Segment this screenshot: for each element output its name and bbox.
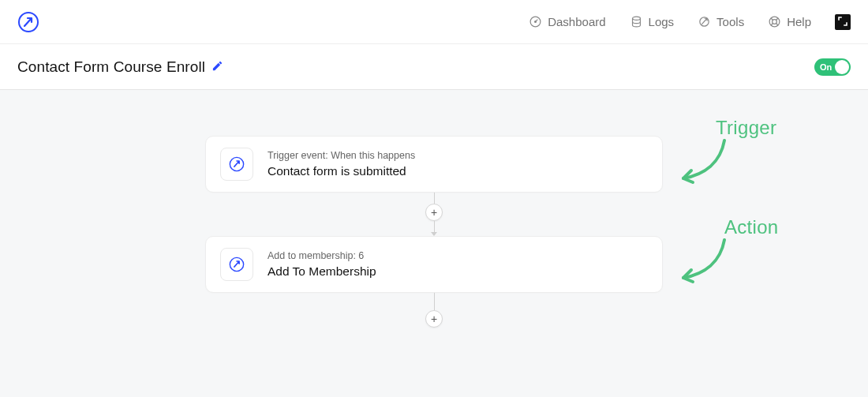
annotation-action-arrow-icon	[677, 238, 732, 288]
nav-help-label: Help	[787, 15, 811, 28]
nav-tools-label: Tools	[716, 15, 744, 28]
add-step-button-2[interactable]: +	[425, 310, 443, 328]
nav-logs-label: Logs	[649, 15, 675, 28]
title-bar: Contact Form Course Enroll On	[0, 44, 868, 90]
target-icon	[698, 15, 711, 28]
nav-tools[interactable]: Tools	[698, 15, 744, 28]
trigger-card[interactable]: Trigger event: When this happens Contact…	[205, 136, 663, 193]
toggle-knob	[835, 60, 849, 74]
action-app-icon	[220, 248, 253, 281]
page-title: Contact Form Course Enroll	[17, 58, 205, 76]
edit-title-button[interactable]	[211, 60, 223, 74]
nav-dashboard[interactable]: Dashboard	[529, 15, 605, 28]
trigger-app-icon	[220, 148, 253, 181]
action-supertitle: Add to membership: 6	[268, 250, 376, 261]
annotation-action-label: Action	[724, 216, 779, 238]
flow-column: Trigger event: When this happens Contact…	[205, 136, 663, 328]
fullscreen-icon	[838, 16, 847, 28]
connector-1: +	[425, 193, 443, 236]
lifesaver-icon	[768, 15, 781, 28]
top-nav: Dashboard Logs Tools	[0, 0, 868, 44]
gauge-icon	[529, 15, 542, 28]
nav-help[interactable]: Help	[768, 15, 811, 28]
trigger-title: Contact form is submitted	[268, 164, 415, 178]
trigger-supertitle: Trigger event: When this happens	[268, 150, 415, 161]
enabled-toggle[interactable]: On	[814, 58, 851, 76]
flow-canvas: Trigger event: When this happens Contact…	[0, 90, 868, 397]
svg-point-3	[632, 17, 640, 20]
fullscreen-button[interactable]	[835, 14, 851, 30]
app-logo[interactable]	[17, 11, 39, 33]
svg-point-2	[535, 21, 537, 23]
action-card[interactable]: Add to membership: 6 Add To Membership	[205, 236, 663, 293]
pencil-icon	[211, 60, 223, 74]
action-title: Add To Membership	[268, 264, 376, 279]
database-icon	[630, 15, 643, 28]
nav-logs[interactable]: Logs	[630, 15, 675, 28]
connector-2: +	[425, 293, 443, 328]
annotation-trigger-arrow-icon	[677, 139, 732, 189]
add-step-button-1[interactable]: +	[425, 204, 443, 221]
nav-dashboard-label: Dashboard	[548, 15, 605, 28]
annotation-trigger-label: Trigger	[716, 117, 776, 139]
toggle-label: On	[820, 62, 832, 72]
nav-links: Dashboard Logs Tools	[529, 14, 851, 30]
